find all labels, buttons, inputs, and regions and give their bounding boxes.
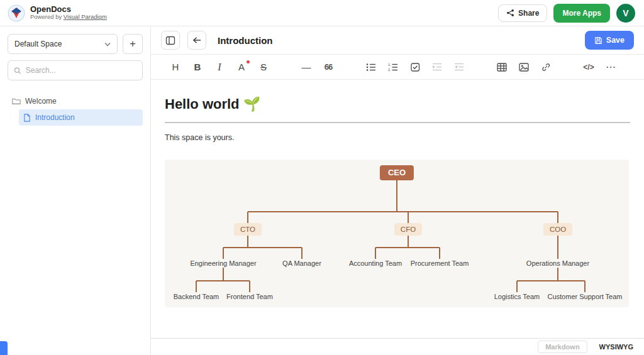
italic-icon[interactable]: I bbox=[214, 60, 225, 74]
save-icon bbox=[594, 36, 602, 45]
back-button[interactable] bbox=[187, 31, 206, 50]
font-color-dot bbox=[247, 60, 250, 63]
outdent-icon[interactable] bbox=[453, 60, 465, 74]
orgchart-node-backend: Backend Team bbox=[174, 292, 219, 301]
sidebar-search[interactable] bbox=[8, 60, 143, 80]
orgchart-node-coo: COO bbox=[543, 223, 572, 236]
visual-paradigm-link[interactable]: Visual Paradigm bbox=[64, 13, 107, 20]
mode-tab-wysiwyg[interactable]: WYSIWYG bbox=[592, 341, 640, 352]
indent-icon[interactable] bbox=[431, 60, 443, 74]
user-avatar[interactable]: V bbox=[616, 4, 635, 23]
svg-text:2.: 2. bbox=[388, 68, 391, 72]
document-toolbar: Introduction Save bbox=[151, 26, 644, 55]
app-header: OpenDocs Powered by Visual Paradigm Shar… bbox=[0, 0, 644, 26]
orgchart-node-cto: CTO bbox=[234, 223, 262, 236]
document-title: Introduction bbox=[218, 35, 272, 46]
folder-icon bbox=[12, 97, 21, 105]
bold-icon[interactable]: B bbox=[192, 60, 203, 74]
tree-item-welcome[interactable]: Welcome bbox=[8, 93, 143, 109]
visual-paradigm-logo-icon bbox=[8, 4, 25, 22]
table-icon[interactable] bbox=[496, 60, 508, 74]
app-name: OpenDocs bbox=[30, 5, 107, 14]
content-paragraph: This space is yours. bbox=[165, 133, 630, 142]
more-apps-button[interactable]: More Apps bbox=[553, 4, 610, 23]
orgchart-node-frontend: Frontend Team bbox=[226, 292, 273, 301]
font-color-icon[interactable]: A bbox=[236, 60, 247, 74]
powered-by: Powered by Visual Paradigm bbox=[30, 14, 107, 20]
mode-tab-markdown[interactable]: Markdown bbox=[538, 341, 587, 353]
orgchart-node-ceo: CEO bbox=[380, 165, 414, 180]
formatting-toolbar: H B I A S — 66 1. 2. bbox=[151, 55, 644, 80]
blockquote-icon[interactable]: 66 bbox=[323, 60, 334, 74]
tree-item-introduction[interactable]: Introduction bbox=[19, 109, 143, 126]
bullet-list-icon[interactable] bbox=[365, 60, 377, 74]
strikethrough-icon[interactable]: S bbox=[258, 60, 269, 74]
orgchart-node-logi: Logistics Team bbox=[494, 292, 540, 301]
document-icon bbox=[23, 114, 31, 122]
search-icon bbox=[14, 67, 21, 75]
share-icon bbox=[506, 9, 514, 17]
chevron-down-icon bbox=[104, 40, 111, 48]
sidebar: Default Space + Welcome bbox=[0, 26, 151, 355]
orgchart-node-ops: Operations Manager bbox=[526, 259, 589, 268]
share-button[interactable]: Share bbox=[498, 4, 547, 22]
orgchart-node-cfo: CFO bbox=[394, 223, 422, 236]
checklist-icon[interactable] bbox=[409, 60, 421, 74]
save-button[interactable]: Save bbox=[585, 31, 634, 50]
ordered-list-icon[interactable]: 1. 2. bbox=[387, 60, 399, 74]
document-content[interactable]: Hello world 🌱 This space is yours. CEOCT… bbox=[151, 80, 644, 338]
toggle-sidebar-button[interactable] bbox=[161, 31, 180, 50]
heading-icon[interactable]: H bbox=[170, 60, 181, 74]
image-icon[interactable] bbox=[518, 60, 530, 74]
editor-panel: Introduction Save H B I A S — 66 bbox=[151, 26, 644, 355]
orgchart-node-acct: Accounting Team bbox=[349, 259, 402, 268]
svg-text:1.: 1. bbox=[388, 63, 391, 67]
heading-divider bbox=[165, 122, 630, 123]
opendocs-logo[interactable]: OpenDocs Powered by Visual Paradigm bbox=[8, 4, 107, 22]
content-heading: Hello world 🌱 bbox=[165, 96, 630, 112]
add-space-button[interactable]: + bbox=[123, 34, 143, 54]
code-icon[interactable]: </> bbox=[583, 60, 594, 74]
space-selector[interactable]: Default Space bbox=[8, 34, 118, 54]
orgchart-node-eng: Engineering Manager bbox=[190, 259, 256, 268]
more-options-icon[interactable]: ⋯ bbox=[605, 60, 616, 74]
horizontal-rule-icon[interactable]: — bbox=[301, 60, 312, 74]
orgchart-node-cs: Customer Support Team bbox=[547, 292, 622, 301]
orgchart-node-proc: Procurement Team bbox=[411, 259, 469, 268]
search-input[interactable] bbox=[26, 66, 136, 75]
help-widget[interactable] bbox=[0, 341, 8, 355]
editor-status-bar: Markdown WYSIWYG bbox=[151, 338, 644, 355]
link-icon[interactable] bbox=[540, 60, 552, 74]
page-tree: Welcome Introduction bbox=[8, 93, 143, 126]
back-arrow-icon bbox=[192, 36, 202, 44]
orgchart-node-qa: QA Manager bbox=[282, 259, 321, 268]
panel-toggle-icon bbox=[165, 36, 175, 45]
orgchart-canvas[interactable]: CEOCTOCFOCOOEngineering ManagerQA Manage… bbox=[165, 160, 629, 307]
